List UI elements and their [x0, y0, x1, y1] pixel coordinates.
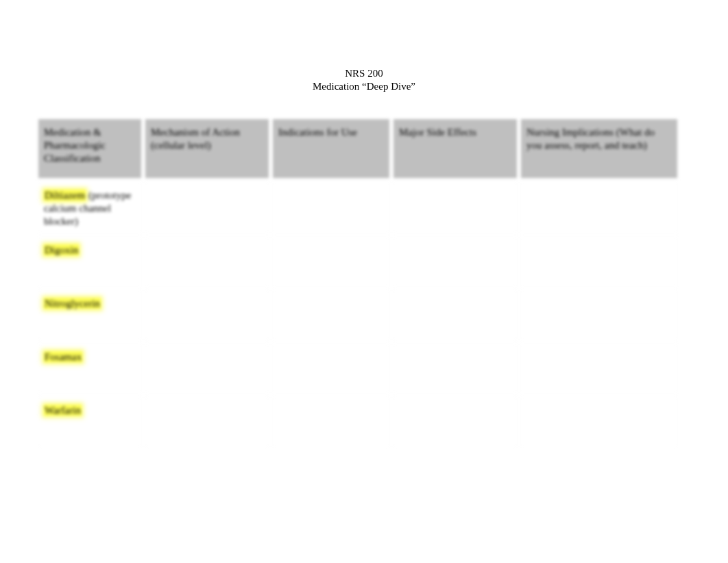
cell-mechanism: [145, 397, 269, 447]
medication-table-wrap: Medication & Pharmacologic Classificatio…: [34, 115, 675, 451]
cell-nursing: [521, 344, 677, 393]
cell-side-effects: [393, 344, 517, 393]
header-line-1: NRS 200: [0, 67, 728, 80]
header-line-2: Medication “Deep Dive”: [0, 80, 728, 93]
table-row: Fosamax: [38, 344, 677, 393]
cell-side-effects: [393, 290, 517, 340]
document-header: NRS 200 Medication “Deep Dive”: [0, 0, 728, 93]
cell-indications: [273, 237, 389, 286]
cell-medication: Digoxin: [38, 237, 141, 286]
cell-nursing: [521, 237, 677, 286]
table-row: Warfarin: [38, 397, 677, 447]
col-header-nursing: Nursing Implications (What do you assess…: [521, 119, 677, 178]
cell-nursing: [521, 397, 677, 447]
cell-mechanism: [145, 182, 269, 233]
cell-mechanism: [145, 344, 269, 393]
med-name-highlight: Diltiazem: [44, 190, 86, 201]
cell-side-effects: [393, 397, 517, 447]
table-row: Diltiazem (prototype calcium channel blo…: [38, 182, 677, 233]
cell-side-effects: [393, 182, 517, 233]
medication-table: Medication & Pharmacologic Classificatio…: [34, 115, 681, 451]
cell-indications: [273, 344, 389, 393]
cell-medication: Fosamax: [38, 344, 141, 393]
med-name-highlight: Fosamax: [44, 351, 82, 362]
med-name-highlight: Nitroglycerin: [44, 298, 101, 309]
cell-nursing: [521, 182, 677, 233]
med-name-highlight: Digoxin: [44, 245, 79, 255]
cell-mechanism: [145, 237, 269, 286]
cell-indications: [273, 397, 389, 447]
cell-medication: Nitroglycerin: [38, 290, 141, 340]
med-name-highlight: Warfarin: [44, 405, 82, 416]
col-header-medication: Medication & Pharmacologic Classificatio…: [38, 119, 141, 178]
col-header-mechanism: Mechanism of Action (cellular level): [145, 119, 269, 178]
bottom-fade-overlay: [0, 440, 728, 563]
col-header-indications: Indications for Use: [273, 119, 389, 178]
table-row: Digoxin: [38, 237, 677, 286]
cell-indications: [273, 182, 389, 233]
cell-mechanism: [145, 290, 269, 340]
col-header-side-effects: Major Side Effects: [393, 119, 517, 178]
cell-medication: Warfarin: [38, 397, 141, 447]
cell-side-effects: [393, 237, 517, 286]
cell-nursing: [521, 290, 677, 340]
table-header-row: Medication & Pharmacologic Classificatio…: [38, 119, 677, 178]
cell-medication: Diltiazem (prototype calcium channel blo…: [38, 182, 141, 233]
table-row: Nitroglycerin: [38, 290, 677, 340]
cell-indications: [273, 290, 389, 340]
